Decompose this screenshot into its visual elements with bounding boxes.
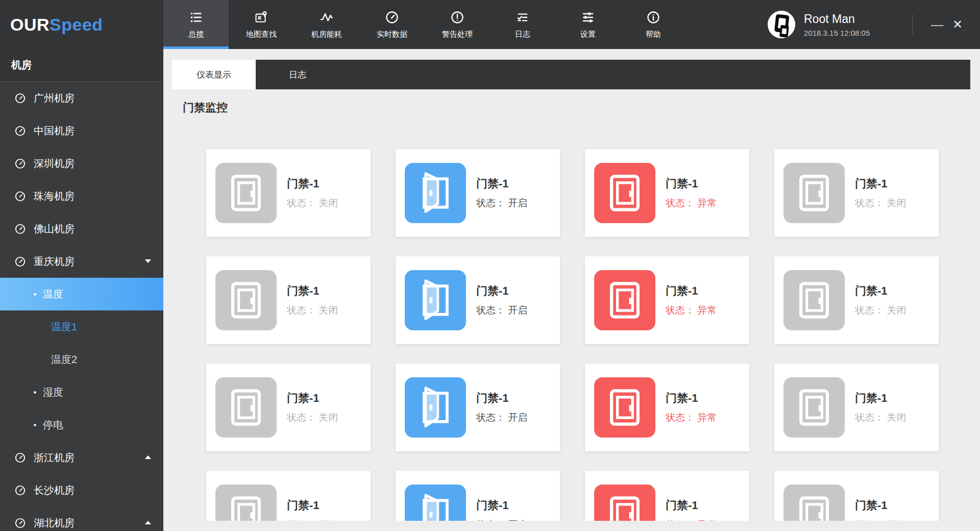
sidebar-item-zhuhai[interactable]: 珠海机房 <box>0 180 163 212</box>
status-value: 开启 <box>508 412 527 423</box>
sidebar-item-power-outage[interactable]: 停电 <box>0 408 163 441</box>
sidebar-item-label: 停电 <box>43 418 63 432</box>
door-card-2[interactable]: 门禁-1 状态： 开启 <box>396 149 560 237</box>
door-card-13[interactable]: 门禁-1 状态： 关闭 <box>206 471 371 521</box>
nav-item-help[interactable]: 帮助 <box>621 0 686 49</box>
sidebar-item-shenzhen[interactable]: 深圳机房 <box>0 147 163 180</box>
status-value: 关闭 <box>318 198 338 208</box>
chevron-down-icon <box>145 259 151 263</box>
door-card-4[interactable]: 门禁-1 状态： 关闭 <box>774 149 939 237</box>
status-value: 关闭 <box>318 519 338 521</box>
status-value: 关闭 <box>318 412 338 423</box>
info-icon <box>646 10 660 25</box>
card-title: 门禁-1 <box>476 391 527 406</box>
status-label: 状态： <box>855 305 884 316</box>
status-label: 状态： <box>476 198 505 208</box>
door-card-10[interactable]: 门禁-1 状态： 开启 <box>396 364 560 451</box>
door-card-15[interactable]: 门禁-1 状态： 异常 <box>585 471 749 521</box>
status-label: 状态： <box>855 519 884 521</box>
status-value: 关闭 <box>887 519 906 521</box>
sidebar-item-label: 中国机房 <box>34 124 75 138</box>
sidebar-item-chongqing[interactable]: 重庆机房 <box>0 245 163 278</box>
status-label: 状态： <box>287 519 316 521</box>
status-value: 异常 <box>697 198 717 208</box>
door-closed-icon <box>783 377 845 438</box>
door-open-icon <box>405 377 466 438</box>
gauge-icon <box>14 485 26 496</box>
card-status: 状态： 关闭 <box>855 411 906 424</box>
nav-item-overview[interactable]: 总揽 <box>163 0 229 49</box>
door-card-8[interactable]: 门禁-1 状态： 关闭 <box>774 256 939 344</box>
door-card-12[interactable]: 门禁-1 状态： 关闭 <box>774 364 939 451</box>
card-title: 门禁-1 <box>855 498 906 513</box>
chevron-up-icon <box>145 521 151 524</box>
bullet-icon <box>34 424 36 426</box>
status-label: 状态： <box>287 305 316 316</box>
door-card-grid: 门禁-1 状态： 关闭 门禁-1 状态： 开启 <box>206 149 980 521</box>
status-value: 异常 <box>697 519 717 521</box>
sidebar-item-label: 重庆机房 <box>34 255 75 269</box>
status-label: 状态： <box>476 519 505 521</box>
nav-item-realtime[interactable]: 实时数据 <box>359 0 425 49</box>
door-card-5[interactable]: 门禁-1 状态： 关闭 <box>206 256 371 344</box>
status-value: 开启 <box>508 305 527 316</box>
user-avatar[interactable] <box>768 11 795 38</box>
door-card-6[interactable]: 门禁-1 状态： 开启 <box>396 256 560 344</box>
status-label: 状态： <box>476 305 505 316</box>
card-status: 状态： 开启 <box>476 518 527 521</box>
sidebar-item-foshan[interactable]: 佛山机房 <box>0 212 163 245</box>
sidebar-room-list: 广州机房 中国机房 深圳机房 <box>0 82 163 531</box>
datetime: 2018.3.15 12:08:05 <box>804 29 892 37</box>
logo-text-prefix: OUR <box>10 15 50 34</box>
card-status: 状态： 异常 <box>666 304 717 317</box>
sidebar-item-hubei[interactable]: 湖北机房 <box>0 506 163 531</box>
bullet-icon <box>34 391 36 394</box>
nav-item-logs[interactable]: 日志 <box>490 0 555 49</box>
door-abnormal-icon <box>594 163 655 223</box>
sidebar-item-changsha[interactable]: 长沙机房 <box>0 474 163 506</box>
door-closed-icon <box>215 270 277 330</box>
door-card-7[interactable]: 门禁-1 状态： 异常 <box>585 256 749 344</box>
sidebar-item-label: 广州机房 <box>34 91 75 105</box>
sidebar-item-label: 温度2 <box>51 353 77 367</box>
door-card-14[interactable]: 门禁-1 状态： 开启 <box>396 471 560 521</box>
door-card-11[interactable]: 门禁-1 状态： 异常 <box>585 364 749 451</box>
energy-icon <box>320 10 334 25</box>
sidebar-item-temperature[interactable]: 温度 <box>0 278 163 310</box>
tab-log[interactable]: 日志 <box>256 60 339 89</box>
card-title: 门禁-1 <box>287 283 338 299</box>
sidebar-item-temperature-2[interactable]: 温度2 <box>0 343 163 376</box>
card-title: 门禁-1 <box>666 498 717 513</box>
card-status: 状态： 开启 <box>476 411 527 424</box>
door-card-1[interactable]: 门禁-1 状态： 关闭 <box>206 149 371 237</box>
door-card-3[interactable]: 门禁-1 状态： 异常 <box>585 149 749 237</box>
nav-item-map-search[interactable]: 地图查找 <box>229 0 294 49</box>
status-value: 关闭 <box>887 198 906 208</box>
status-value: 开启 <box>508 519 527 521</box>
sidebar-header: 机房 <box>0 49 163 82</box>
door-card-16[interactable]: 门禁-1 状态： 关闭 <box>774 471 939 521</box>
tab-label: 日志 <box>289 69 306 81</box>
tab-gauge-display[interactable]: 仪表显示 <box>172 60 256 89</box>
sidebar-item-zhongguo[interactable]: 中国机房 <box>0 114 163 147</box>
card-status: 状态： 开启 <box>476 304 527 317</box>
main-content: 仪表显示 日志 门禁监控 门禁-1 状态： 关闭 <box>163 49 980 531</box>
app-logo: OURSpeed <box>0 0 163 49</box>
nav-item-energy[interactable]: 机房能耗 <box>294 0 359 49</box>
door-closed-icon <box>215 485 277 521</box>
top-bar: OURSpeed 总揽 地图查找 机房能耗 实时数据 警告处理 日志 设置 帮助 <box>0 0 980 49</box>
minimize-button[interactable]: — <box>927 12 947 37</box>
sidebar-item-zhejiang[interactable]: 浙江机房 <box>0 441 163 474</box>
sidebar-item-label: 温度 <box>43 287 63 301</box>
sidebar-item-humidity[interactable]: 湿度 <box>0 376 163 408</box>
log-icon <box>516 10 530 25</box>
door-card-9[interactable]: 门禁-1 状态： 关闭 <box>206 364 371 451</box>
section-title: 门禁监控 <box>183 101 980 114</box>
status-label: 状态： <box>666 198 695 208</box>
close-button[interactable]: ✕ <box>947 12 968 37</box>
sidebar-item-temperature-1[interactable]: 温度1 <box>0 310 163 343</box>
nav-item-settings[interactable]: 设置 <box>555 0 621 49</box>
sidebar-item-guangzhou[interactable]: 广州机房 <box>0 82 163 114</box>
nav-item-alerts[interactable]: 警告处理 <box>425 0 490 49</box>
sidebar-item-label: 佛山机房 <box>34 222 75 236</box>
